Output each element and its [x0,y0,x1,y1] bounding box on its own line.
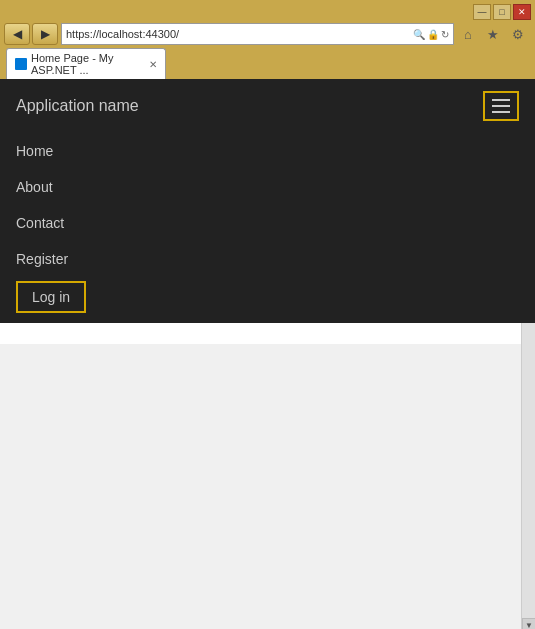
nav-item-register[interactable]: Register [16,241,519,277]
app-name: Application name [16,97,139,115]
tab-bar: Home Page - My ASP.NET ... ✕ [4,48,531,79]
refresh-icon[interactable]: ↻ [441,29,449,40]
title-bar: — □ ✕ [4,4,531,20]
address-input[interactable] [66,28,413,40]
address-bar-row: ◀ ▶ 🔍 🔒 ↻ ⌂ ★ ⚙ [4,23,531,45]
toolbar-icons: ⌂ ★ ⚙ [457,23,531,45]
hamburger-button[interactable] [483,91,519,121]
nav-item-contact[interactable]: Contact [16,205,519,241]
address-icons: 🔍 🔒 ↻ [413,29,449,40]
minimize-button[interactable]: — [473,4,491,20]
search-icon: 🔍 [413,29,425,40]
browser-tab[interactable]: Home Page - My ASP.NET ... ✕ [6,48,166,79]
forward-button[interactable]: ▶ [32,23,58,45]
address-bar[interactable]: 🔍 🔒 ↻ [61,23,454,45]
lock-icon: 🔒 [427,29,439,40]
maximize-button[interactable]: □ [493,4,511,20]
tab-favicon [15,58,27,70]
nav-item-login[interactable]: Log in [16,281,86,313]
navbar-overlay: Application name Home About Contact Regi… [0,79,535,323]
settings-icon[interactable]: ⚙ [507,23,529,45]
browser-chrome: — □ ✕ ◀ ▶ 🔍 🔒 ↻ ⌂ ★ ⚙ Home Page - My A [0,0,535,79]
close-button[interactable]: ✕ [513,4,531,20]
nav-buttons: ◀ ▶ [4,23,58,45]
nav-menu: Home About Contact Register Log in [0,133,535,323]
scrollbar-down-arrow[interactable]: ▼ [522,618,535,629]
favorites-icon[interactable]: ★ [482,23,504,45]
hamburger-line-2 [492,105,510,107]
page-wrapper: ▼ Learn more Getting started ASP.NET MVC… [0,79,535,629]
nav-item-about[interactable]: About [16,169,519,205]
tab-close-button[interactable]: ✕ [149,59,157,70]
hamburger-line-1 [492,99,510,101]
back-button[interactable]: ◀ [4,23,30,45]
hamburger-line-3 [492,111,510,113]
nav-item-home[interactable]: Home [16,133,519,169]
home-icon[interactable]: ⌂ [457,23,479,45]
navbar-header: Application name [0,79,535,133]
window-controls: — □ ✕ [473,4,531,20]
tab-label: Home Page - My ASP.NET ... [31,52,141,76]
